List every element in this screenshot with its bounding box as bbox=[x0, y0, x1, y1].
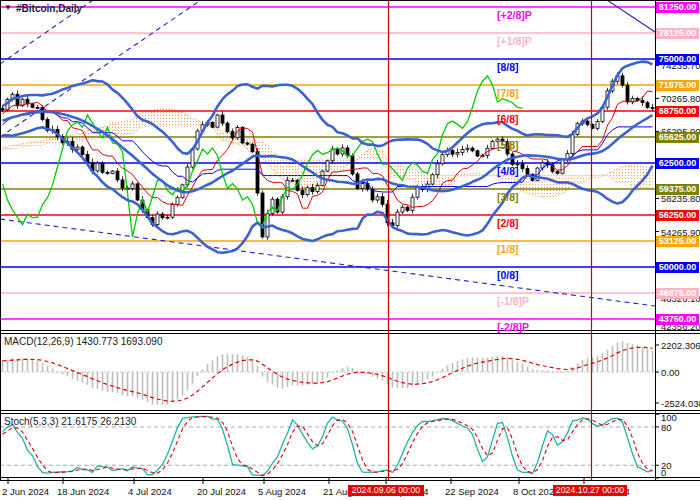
price-axis-label: 71875.00 bbox=[656, 80, 699, 91]
date-tick-label: 4 Jul 2024 bbox=[128, 486, 172, 497]
pane-frames bbox=[0, 0, 700, 484]
murrey-label: [3/8] bbox=[497, 191, 519, 203]
price-axis-label: 62500.00 bbox=[656, 158, 699, 169]
stoch-values: 21.6175 26.2130 bbox=[61, 416, 136, 427]
date-tick-label: 22 Sep 2024 bbox=[445, 486, 499, 497]
price-axis-label: 78125.00 bbox=[656, 28, 699, 39]
price-axis-label: 46875.00 bbox=[656, 288, 699, 299]
bollinger-upper bbox=[3, 62, 653, 154]
murrey-label: [-2/8]P bbox=[497, 321, 529, 333]
macd-axis-tick: -2524.038 bbox=[661, 398, 700, 409]
trading-chart-window: ▼ #Bitcoin,Daily MACD(12,26,9) 1430.773 … bbox=[0, 0, 700, 500]
stoch-axis-tick: 80 bbox=[661, 422, 672, 433]
price-axis-label: 50000.00 bbox=[656, 262, 699, 273]
murrey-label: [2/8] bbox=[497, 217, 519, 229]
price-axis-label: 75000.00 bbox=[656, 54, 699, 65]
stoch-axis-tick: 0 bbox=[661, 467, 666, 478]
symbol-label[interactable]: #Bitcoin,Daily bbox=[16, 3, 82, 14]
murrey-label: [1/8] bbox=[497, 243, 519, 255]
date-tick-label: 5 Aug 2024 bbox=[258, 486, 306, 497]
murrey-label: [+2/8]P bbox=[497, 9, 532, 21]
stoch-title: Stoch(5,3,3) bbox=[4, 416, 58, 427]
murrey-label: [0/8] bbox=[497, 269, 519, 281]
price-axis-label: 68750.00 bbox=[656, 106, 699, 117]
murrey-label: [-1/8]P bbox=[497, 295, 529, 307]
price-axis-label: 56250.00 bbox=[656, 210, 699, 221]
price-axis-label: 81250.00 bbox=[656, 2, 699, 13]
price-axis-label: 59375.00 bbox=[656, 184, 699, 195]
murrey-label: [6/8] bbox=[497, 113, 519, 125]
macd-pane bbox=[0, 341, 655, 405]
trendline[interactable] bbox=[607, 0, 655, 32]
price-axis-label: 65625.00 bbox=[656, 132, 699, 143]
symbol-dropdown-icon[interactable]: ▼ bbox=[4, 3, 12, 12]
date-tick-label: 2 Jun 2024 bbox=[2, 486, 49, 497]
macd-axis-tick: 2202.306 bbox=[661, 340, 700, 351]
murrey-label: [5/8] bbox=[497, 139, 519, 151]
main-pane bbox=[0, 0, 655, 319]
price-axis-tick: 70265.80 bbox=[661, 93, 700, 104]
event-date-label[interactable]: 2024.09.06 00:00 bbox=[348, 485, 424, 496]
murrey-label: [8/8] bbox=[497, 61, 519, 73]
date-tick-label: 20 Jul 2024 bbox=[197, 486, 246, 497]
date-tick-label: 18 Jun 2024 bbox=[57, 486, 109, 497]
macd-title: MACD(12,26,9) bbox=[4, 336, 73, 347]
price-axis-label: 43750.00 bbox=[656, 314, 699, 325]
murrey-label: [+1/8]P bbox=[497, 35, 532, 47]
stoch-panel-label: Stoch(5,3,3) 21.6175 26.2130 bbox=[4, 416, 136, 427]
murrey-label: [7/8] bbox=[497, 87, 519, 99]
murrey-label: [4/8] bbox=[497, 165, 519, 177]
price-axis-label: 53125.00 bbox=[656, 236, 699, 247]
macd-panel-label: MACD(12,26,9) 1430.773 1693.090 bbox=[4, 336, 162, 347]
event-date-label[interactable]: 2024.10.27 00:00 bbox=[553, 485, 627, 496]
macd-values: 1430.773 1693.090 bbox=[76, 336, 162, 347]
price-axis-tick: 58235.80 bbox=[661, 193, 700, 204]
macd-axis-tick: 0.00 bbox=[661, 367, 680, 378]
